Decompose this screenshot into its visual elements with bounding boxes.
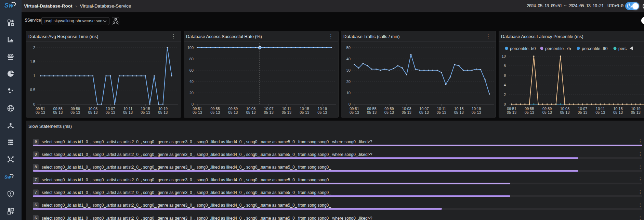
svg-text:05-13: 05-13: [402, 110, 411, 114]
svg-text:05-13: 05-13: [264, 110, 274, 114]
svg-text:05-13: 05-13: [123, 110, 133, 114]
svg-text:40: 40: [346, 57, 351, 61]
svg-text:1.5: 1.5: [30, 60, 35, 64]
svg-text:20: 20: [346, 80, 351, 84]
svg-text:05-13: 05-13: [472, 110, 481, 114]
svg-text:6: 6: [504, 73, 506, 77]
svg-text:05-13: 05-13: [70, 110, 80, 114]
svg-text:0: 0: [192, 102, 194, 106]
svg-text:percentile=90: percentile=90: [582, 46, 607, 51]
svg-text:05-13: 05-13: [317, 110, 327, 114]
svg-text:05-13: 05-13: [367, 110, 377, 114]
svg-text:05-13: 05-13: [419, 110, 429, 114]
svg-text:05-13: 05-13: [631, 110, 641, 114]
svg-text:05-13: 05-13: [384, 110, 394, 114]
svg-text:05-13: 05-13: [578, 110, 587, 114]
svg-text:0.5: 0.5: [30, 88, 35, 92]
svg-text:05-13: 05-13: [437, 110, 446, 114]
svg-text:05-13: 05-13: [525, 110, 534, 114]
svg-text:05-13: 05-13: [106, 110, 115, 114]
svg-text:10: 10: [346, 91, 351, 95]
svg-text:100: 100: [187, 46, 194, 50]
svg-text:0: 0: [349, 102, 351, 106]
svg-text:05-13: 05-13: [613, 110, 623, 114]
svg-text:05-13: 05-13: [53, 110, 63, 114]
svg-text:30: 30: [346, 68, 351, 72]
svg-text:05-13: 05-13: [595, 110, 605, 114]
svg-text:05-13: 05-13: [210, 110, 220, 114]
svg-text:05-13: 05-13: [88, 110, 98, 114]
svg-text:4: 4: [504, 83, 506, 87]
svg-text:05-13: 05-13: [300, 110, 309, 114]
svg-text:1: 1: [33, 74, 35, 78]
svg-text:60: 60: [189, 68, 194, 72]
svg-text:10: 10: [502, 54, 506, 58]
svg-text:05-13: 05-13: [542, 110, 552, 114]
svg-text:20: 20: [189, 91, 194, 95]
svg-text:05-13: 05-13: [454, 110, 464, 114]
svg-text:05-13: 05-13: [507, 110, 516, 114]
svg-text:8: 8: [504, 64, 506, 68]
svg-text:2: 2: [33, 46, 35, 50]
svg-text:80: 80: [189, 57, 194, 61]
svg-text:perc: perc: [618, 46, 627, 51]
svg-text:2: 2: [504, 93, 506, 97]
svg-text:05-13: 05-13: [350, 110, 359, 114]
svg-text:05-13: 05-13: [158, 110, 168, 114]
svg-text:05-13: 05-13: [141, 110, 150, 114]
svg-text:05-13: 05-13: [36, 110, 45, 114]
svg-text:05-13: 05-13: [560, 110, 569, 114]
svg-text:0: 0: [33, 102, 35, 106]
svg-text:05-13: 05-13: [228, 110, 238, 114]
svg-text:05-13: 05-13: [282, 110, 291, 114]
svg-text:50: 50: [346, 46, 351, 50]
svg-text:0: 0: [504, 102, 506, 106]
svg-text:05-13: 05-13: [193, 110, 202, 114]
svg-text:percentile=75: percentile=75: [545, 46, 571, 51]
svg-text:percentile=50: percentile=50: [510, 46, 536, 51]
svg-text:05-13: 05-13: [246, 110, 256, 114]
svg-text:40: 40: [189, 80, 194, 84]
